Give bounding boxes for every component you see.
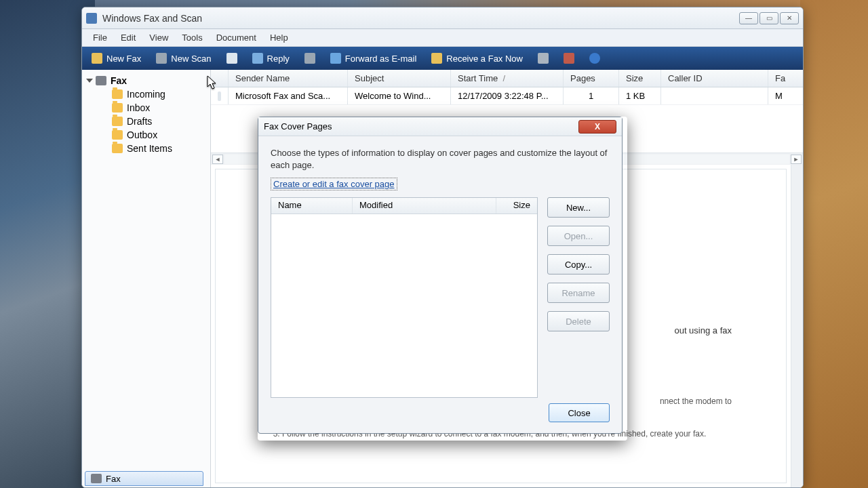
delete-tool-button[interactable]	[557, 50, 581, 66]
forward-email-button[interactable]: Forward as E-mail	[323, 50, 423, 66]
reply-button[interactable]: Reply	[245, 50, 296, 66]
sidebar-item-incoming[interactable]: Incoming	[85, 87, 208, 101]
menu-bar: File Edit View Tools Document Help	[82, 29, 803, 47]
sidebar-item-label: Outbox	[127, 129, 157, 140]
col-start-time[interactable]: Start Time /	[451, 70, 564, 87]
sort-indicator: /	[502, 73, 505, 83]
col-size[interactable]: Size	[619, 70, 661, 87]
printer-icon	[304, 53, 315, 64]
collapse-icon[interactable]	[86, 79, 93, 83]
cover-page-list-body	[271, 214, 537, 397]
menu-view[interactable]: View	[144, 31, 174, 44]
fax-device-icon	[91, 474, 102, 483]
mail-icon	[226, 53, 237, 64]
open-cover-page-button[interactable]: Open...	[547, 226, 610, 246]
forward-label: Forward as E-mail	[345, 54, 416, 64]
menu-file[interactable]: File	[87, 31, 113, 44]
message-list-header: Sender Name Subject Start Time / Pages S…	[211, 70, 803, 87]
dialog-title-bar: Fax Cover Pages X	[258, 117, 622, 136]
folder-icon	[112, 144, 123, 153]
dialog-description: Choose the types of information to displ…	[271, 147, 610, 171]
folder-icon	[112, 117, 123, 126]
sidebar: Fax Incoming Inbox Drafts Outbox Sent It…	[82, 70, 211, 487]
sidebar-item-sent[interactable]: Sent Items	[85, 142, 208, 155]
tree-root-label: Fax	[111, 75, 127, 86]
app-title: Windows Fax and Scan	[102, 13, 202, 24]
col-modified[interactable]: Modified	[353, 198, 496, 214]
print-icon	[538, 53, 549, 64]
col-name[interactable]: Name	[271, 198, 353, 214]
cell-caller	[661, 87, 768, 104]
rename-cover-page-button[interactable]: Rename	[547, 283, 610, 303]
preview-vertical-scrollbar[interactable]	[791, 165, 803, 487]
col-size[interactable]: Size	[496, 198, 537, 214]
copy-cover-page-button[interactable]: Copy...	[547, 254, 610, 274]
cover-page-list[interactable]: Name Modified Size	[271, 197, 538, 398]
folder-icon	[112, 89, 123, 99]
col-fa[interactable]: Fa	[768, 70, 803, 87]
forward-printer-button[interactable]	[298, 50, 322, 66]
sidebar-item-label: Sent Items	[127, 143, 172, 154]
col-pages[interactable]: Pages	[564, 70, 619, 87]
toolbar: New Fax New Scan Reply Forward as E-mail…	[82, 47, 803, 70]
help-tool-button[interactable]	[583, 50, 607, 66]
sidebar-item-outbox[interactable]: Outbox	[85, 128, 208, 142]
delete-cover-page-button[interactable]: Delete	[547, 311, 610, 331]
cell-start: 12/17/2009 3:22:48 P...	[451, 87, 564, 104]
reply-icon	[252, 53, 263, 64]
mail-tool-button[interactable]	[220, 50, 244, 66]
delete-icon	[564, 53, 574, 64]
sidebar-item-label: Drafts	[127, 116, 152, 127]
close-dialog-button[interactable]: Close	[549, 403, 610, 422]
col-sender[interactable]: Sender Name	[229, 70, 348, 87]
col-subject[interactable]: Subject	[348, 70, 451, 87]
cell-pages: 1	[564, 87, 619, 104]
mouse-cursor-icon	[207, 75, 218, 90]
fax-cover-pages-dialog: Fax Cover Pages X Choose the types of in…	[258, 117, 623, 434]
title-bar: Windows Fax and Scan — ▭ ✕	[82, 7, 803, 29]
sidebar-item-drafts[interactable]: Drafts	[85, 115, 208, 128]
cell-subject: Welcome to Wind...	[348, 87, 451, 104]
scan-icon	[156, 53, 167, 64]
create-edit-cover-page-link[interactable]: Create or edit a fax cover page	[271, 178, 397, 190]
new-scan-label: New Scan	[171, 54, 211, 64]
view-tab-fax[interactable]: Fax	[85, 471, 203, 486]
sidebar-item-inbox[interactable]: Inbox	[85, 101, 208, 115]
cell-size: 1 KB	[619, 87, 661, 104]
receive-fax-button[interactable]: Receive a Fax Now	[425, 50, 530, 66]
new-fax-label: New Fax	[106, 54, 141, 64]
app-icon	[86, 13, 97, 24]
folder-icon	[112, 130, 123, 140]
dialog-close-button[interactable]: X	[578, 120, 616, 134]
minimize-button[interactable]: —	[739, 12, 758, 24]
receive-icon	[431, 53, 442, 64]
new-cover-page-button[interactable]: New...	[547, 197, 610, 218]
tree-root-fax[interactable]: Fax	[85, 74, 208, 87]
window-close-button[interactable]: ✕	[780, 12, 799, 24]
folder-icon	[112, 103, 123, 113]
cover-page-list-header: Name Modified Size	[271, 198, 537, 214]
new-scan-button[interactable]: New Scan	[149, 50, 218, 66]
reply-label: Reply	[267, 54, 290, 64]
col-caller[interactable]: Caller ID	[661, 70, 768, 87]
menu-tools[interactable]: Tools	[176, 31, 208, 44]
col-label: Start Time	[458, 73, 498, 83]
cell-sender: Microsoft Fax and Sca...	[229, 87, 348, 104]
new-fax-button[interactable]: New Fax	[85, 50, 148, 66]
print-tool-button[interactable]	[531, 50, 555, 66]
forward-icon	[330, 53, 341, 64]
message-row[interactable]: Microsoft Fax and Sca... Welcome to Wind…	[211, 87, 803, 105]
scroll-right-icon[interactable]: ►	[791, 155, 802, 164]
sidebar-item-label: Incoming	[127, 89, 165, 100]
fax-icon	[92, 53, 102, 64]
menu-edit[interactable]: Edit	[115, 31, 141, 44]
sidebar-item-label: Inbox	[127, 102, 150, 113]
dialog-title-text: Fax Cover Pages	[264, 121, 332, 131]
maximize-button[interactable]: ▭	[760, 12, 778, 24]
view-tab-label: Fax	[106, 474, 121, 484]
scroll-left-icon[interactable]: ◄	[212, 155, 223, 164]
cell-fa: M	[768, 87, 803, 104]
menu-document[interactable]: Document	[211, 31, 262, 44]
menu-help[interactable]: Help	[264, 31, 294, 44]
help-icon	[589, 53, 600, 64]
